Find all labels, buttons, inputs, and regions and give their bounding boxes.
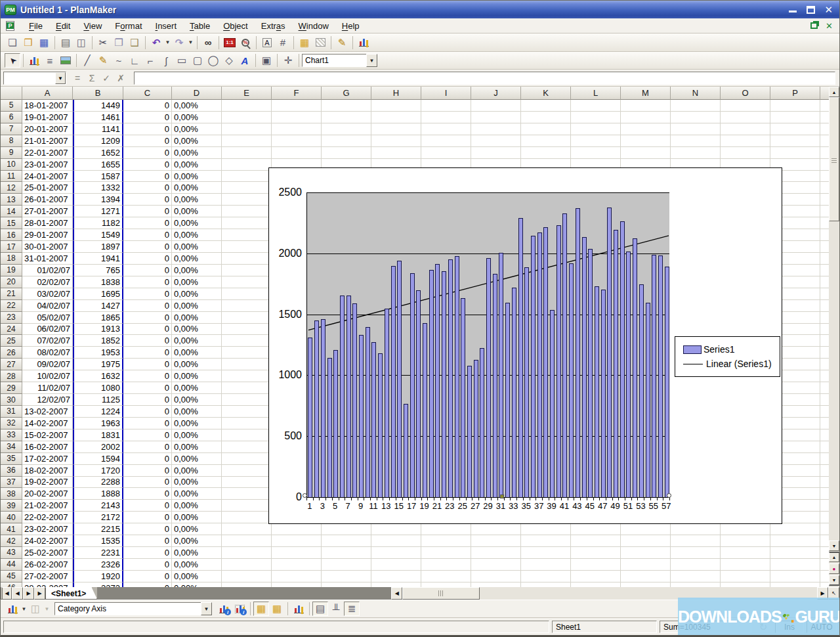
cell-date[interactable]: 31-01-2007 [22, 253, 73, 265]
cell-date[interactable]: 26-02-2007 [22, 559, 73, 571]
row-header[interactable]: 13 [1, 194, 22, 206]
cell-value[interactable]: 1209 [73, 135, 123, 147]
column-header[interactable]: I [421, 87, 471, 100]
cell-value[interactable]: 1594 [73, 453, 123, 465]
cell-date[interactable]: 23-02-2007 [22, 523, 73, 535]
cell-empty[interactable] [222, 547, 272, 559]
cell-empty[interactable] [770, 535, 820, 547]
cell-empty[interactable] [222, 523, 272, 535]
row-header[interactable]: 22 [1, 300, 22, 312]
row-header[interactable]: 8 [1, 135, 22, 147]
cancel-icon[interactable]: ✗ [114, 73, 128, 83]
bar[interactable] [626, 252, 631, 497]
row-header[interactable]: 27 [1, 359, 22, 370]
line-tool-button[interactable]: ╱ [79, 53, 95, 68]
cell-empty[interactable] [721, 123, 770, 135]
cell-empty[interactable] [621, 571, 671, 582]
cell-d[interactable]: 0,00% [172, 312, 222, 324]
bar[interactable] [639, 284, 644, 497]
cell-empty[interactable] [272, 135, 322, 147]
cell-value[interactable]: 1224 [73, 406, 123, 418]
cell-empty[interactable] [571, 135, 621, 147]
cell-d[interactable]: 0,00% [172, 194, 222, 206]
cell-c[interactable]: 0 [123, 406, 172, 418]
cell-date[interactable]: 15-02-2007 [22, 429, 73, 441]
cell-empty[interactable] [322, 523, 371, 535]
cell-date[interactable]: 25-02-2007 [22, 547, 73, 559]
cell-c[interactable]: 0 [123, 359, 172, 370]
bar[interactable] [474, 360, 478, 497]
cell-empty[interactable] [571, 123, 621, 135]
cell-d[interactable]: 0,00% [172, 500, 222, 512]
cell-c[interactable]: 0 [123, 217, 172, 229]
cell-empty[interactable] [770, 123, 820, 135]
cell-date[interactable]: 18-02-2007 [22, 465, 73, 477]
cell-value[interactable]: 1332 [73, 182, 123, 194]
row-header[interactable]: 5 [1, 100, 22, 112]
cell-d[interactable]: 0,00% [172, 100, 222, 112]
redo-button[interactable]: ↷ [171, 35, 187, 50]
bar[interactable] [582, 237, 587, 497]
autoshape-tool-button[interactable]: ◇ [221, 53, 237, 68]
cell-empty[interactable] [222, 112, 272, 123]
prev-sheet-button[interactable]: ◀ [12, 587, 23, 600]
cell-d[interactable]: 0,00% [172, 147, 222, 159]
cell-date[interactable]: 22-02-2007 [22, 512, 73, 523]
cell-value[interactable]: 1838 [73, 276, 123, 288]
rectangle-tool-button[interactable]: ▭ [174, 53, 190, 68]
row-header[interactable]: 21 [1, 288, 22, 300]
cell-empty[interactable] [272, 112, 322, 123]
cell-empty[interactable] [222, 265, 272, 276]
cell-empty[interactable] [371, 112, 421, 123]
confirm-icon[interactable]: ✓ [99, 73, 114, 83]
scroll-down-icon[interactable]: ▼ [829, 540, 839, 551]
bar[interactable] [614, 230, 618, 497]
connector-straight-button[interactable]: ∟ [127, 53, 142, 68]
bar[interactable] [429, 270, 434, 497]
cell-empty[interactable] [671, 547, 721, 559]
cell-empty[interactable] [421, 535, 471, 547]
search-icon[interactable]: ∞ [200, 35, 216, 50]
row-header[interactable]: 43 [1, 547, 22, 559]
column-header[interactable]: M [621, 87, 671, 100]
cell-empty[interactable] [671, 147, 721, 159]
row-header[interactable]: 25 [1, 335, 22, 347]
cell-c[interactable]: 0 [123, 547, 172, 559]
bar[interactable] [455, 256, 459, 497]
cell-empty[interactable] [322, 123, 371, 135]
cell-empty[interactable] [272, 547, 322, 559]
hatched-frame-button[interactable] [312, 35, 328, 50]
select-tool-button[interactable]: ➤ [5, 53, 20, 68]
cell-value[interactable]: 2215 [73, 523, 123, 535]
row-header[interactable]: 44 [1, 559, 22, 571]
connector-curved-button[interactable]: ∫ [158, 53, 174, 68]
cell-empty[interactable] [371, 123, 421, 135]
chart-subtype-button[interactable]: ◫ [28, 602, 43, 616]
save-button[interactable]: ▦ [36, 35, 52, 50]
cell-date[interactable]: 24-02-2007 [22, 535, 73, 547]
cell-d[interactable]: 0,00% [172, 182, 222, 194]
cell-empty[interactable] [721, 535, 770, 547]
cell-empty[interactable] [222, 324, 272, 336]
cell-c[interactable]: 0 [123, 535, 172, 547]
cell-empty[interactable] [421, 559, 471, 571]
row-header[interactable]: 34 [1, 441, 22, 453]
cell-empty[interactable] [222, 123, 272, 135]
cell-d[interactable]: 0,00% [172, 535, 222, 547]
cell-empty[interactable] [222, 559, 272, 571]
restore-button[interactable] [807, 6, 815, 14]
cell-empty[interactable] [471, 100, 521, 112]
row-header[interactable]: 16 [1, 229, 22, 241]
cell-c[interactable]: 0 [123, 171, 172, 183]
cell-empty[interactable] [272, 147, 322, 159]
chart-properties-button[interactable]: i [216, 602, 232, 616]
cell-c[interactable]: 0 [123, 488, 172, 500]
cell-value[interactable]: 2326 [73, 559, 123, 571]
cell-c[interactable]: 0 [123, 324, 172, 336]
cell-c[interactable]: 0 [123, 429, 172, 441]
bar[interactable] [518, 218, 523, 497]
cell-date[interactable]: 17-02-2007 [22, 453, 73, 465]
row-header[interactable]: 29 [1, 382, 22, 394]
cell-empty[interactable] [471, 559, 521, 571]
cell-empty[interactable] [770, 559, 820, 571]
